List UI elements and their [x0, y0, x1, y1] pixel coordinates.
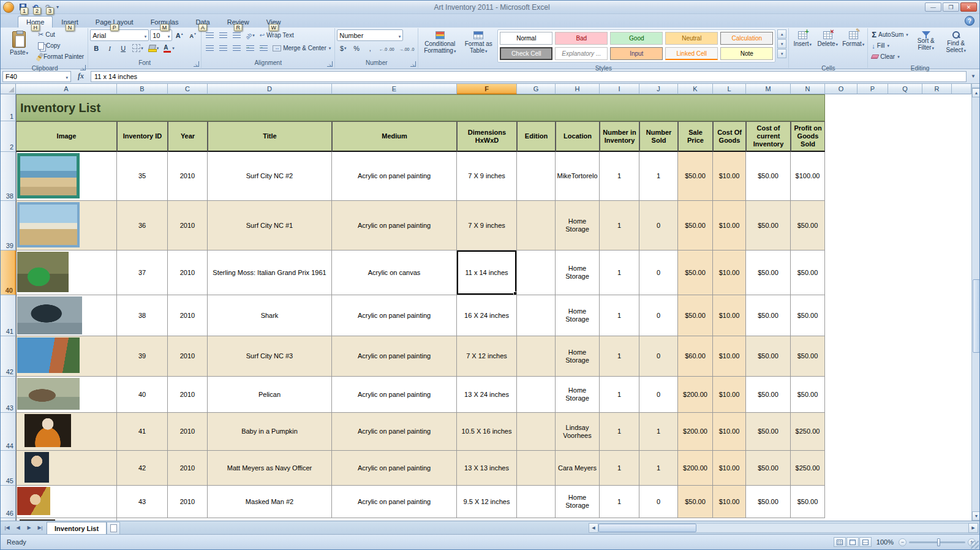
- name-box[interactable]: F40: [2, 71, 71, 82]
- horizontal-scroll-thumb[interactable]: [598, 524, 696, 532]
- table-header-inventory-id[interactable]: Inventory ID: [117, 121, 168, 152]
- empty-cells[interactable]: [825, 413, 971, 451]
- cell-H39[interactable]: Home Storage: [556, 201, 600, 251]
- table-header-cost-of-goods[interactable]: Cost Of Goods: [713, 121, 746, 152]
- image-cell-A42[interactable]: [16, 336, 117, 377]
- cell-I39[interactable]: 1: [600, 201, 639, 251]
- cell-G40[interactable]: [517, 251, 556, 295]
- cell-style-check-cell[interactable]: Check Cell: [500, 47, 552, 60]
- cell-style-good[interactable]: Good: [610, 32, 663, 45]
- cell-J41[interactable]: 0: [639, 295, 678, 336]
- cell-N46[interactable]: $50.00: [791, 486, 825, 518]
- cell-B43[interactable]: 40: [117, 377, 168, 413]
- cell-N45[interactable]: $250.00: [791, 451, 825, 486]
- cell-J44[interactable]: 1: [639, 413, 678, 451]
- cell-E40[interactable]: Acrylic on canvas: [332, 251, 457, 295]
- image-cell-A39[interactable]: [16, 201, 117, 251]
- font-dialog-launcher[interactable]: [194, 61, 199, 67]
- cell-J42[interactable]: 0: [639, 336, 678, 377]
- zoom-out-button[interactable]: −: [899, 538, 907, 546]
- first-sheet-button[interactable]: |◀: [2, 523, 12, 533]
- cell-H43[interactable]: Home Storage: [556, 377, 600, 413]
- align-middle-button[interactable]: [217, 29, 229, 41]
- cell-C42[interactable]: 2010: [168, 336, 208, 377]
- column-header-Q[interactable]: Q: [888, 84, 922, 94]
- scroll-left-icon[interactable]: ◀: [589, 523, 598, 533]
- copy-button[interactable]: Copy: [36, 40, 86, 51]
- image-cell-A38[interactable]: [16, 152, 117, 201]
- cell-C40[interactable]: 2010: [168, 251, 208, 295]
- column-header-M[interactable]: M: [746, 84, 791, 94]
- help-button[interactable]: ?: [965, 16, 974, 26]
- cell-J45[interactable]: 1: [639, 451, 678, 486]
- cell-G41[interactable]: [517, 295, 556, 336]
- formula-bar-expand-icon[interactable]: ▼: [969, 73, 978, 79]
- cell-D45[interactable]: Matt Meyers as Navy Officer: [208, 451, 332, 486]
- gallery-scroll-down-button[interactable]: ▼: [777, 39, 786, 48]
- table-header-number-sold[interactable]: Number Sold: [639, 121, 678, 152]
- cell-F42[interactable]: 7 X 12 inches: [457, 336, 517, 377]
- row-header-41[interactable]: 41: [1, 295, 16, 336]
- tab-review[interactable]: ReviewR: [219, 16, 258, 28]
- painting-thumbnail-masked-man-2[interactable]: [17, 487, 50, 515]
- comma-format-button[interactable]: ,: [364, 42, 376, 54]
- painting-thumbnail-surf-city-nc-3[interactable]: [17, 337, 80, 373]
- cell-L43[interactable]: $10.00: [713, 377, 746, 413]
- undo-button[interactable]: 2: [31, 2, 40, 12]
- cell-G38[interactable]: [517, 152, 556, 201]
- restore-button[interactable]: ❐: [943, 2, 959, 12]
- merge-center-button[interactable]: Merge & Center: [271, 43, 333, 53]
- row-header-43[interactable]: 43: [1, 377, 16, 413]
- cell-K44[interactable]: $200.00: [678, 413, 713, 451]
- cell-D44[interactable]: Baby in a Pumpkin: [208, 413, 332, 451]
- gallery-scroll-up-button[interactable]: ▲: [777, 29, 786, 39]
- cell-H42[interactable]: Home Storage: [556, 336, 600, 377]
- column-header-G[interactable]: G: [517, 84, 556, 94]
- decrease-indent-button[interactable]: [244, 42, 256, 54]
- cell-M44[interactable]: $50.00: [746, 413, 791, 451]
- vertical-scrollbar[interactable]: ▲ ▼: [971, 84, 979, 521]
- insert-cells-button[interactable]: Insert: [791, 29, 814, 65]
- cell-J46[interactable]: 0: [639, 486, 678, 518]
- cell-F38[interactable]: 7 X 9 inches: [457, 152, 517, 201]
- cell-B46[interactable]: 43: [117, 486, 168, 518]
- cell-L44[interactable]: $10.00: [713, 413, 746, 451]
- empty-cells[interactable]: [825, 377, 971, 413]
- cell-M40[interactable]: $50.00: [746, 251, 791, 295]
- number-dialog-launcher[interactable]: [410, 61, 416, 67]
- cell-B41[interactable]: 38: [117, 295, 168, 336]
- gallery-expand-button[interactable]: ▼: [777, 49, 786, 58]
- table-header-edition[interactable]: Edition: [517, 121, 556, 152]
- clipboard-dialog-launcher[interactable]: [80, 65, 86, 70]
- fill-color-button[interactable]: [146, 42, 161, 54]
- cell-M42[interactable]: $50.00: [746, 336, 791, 377]
- cell-K45[interactable]: $200.00: [678, 451, 713, 486]
- cell-K38[interactable]: $50.00: [678, 152, 713, 201]
- table-header-dimensions-hxwxd[interactable]: Dimensions HxWxD: [457, 121, 517, 152]
- painting-thumbnail-baby-in-a-pumpkin[interactable]: [24, 414, 71, 447]
- cell-style-normal[interactable]: Normal: [500, 32, 552, 45]
- column-header-F[interactable]: F: [457, 84, 517, 94]
- align-right-button[interactable]: [230, 42, 243, 54]
- cell-H41[interactable]: Home Storage: [556, 295, 600, 336]
- underline-button[interactable]: U: [117, 42, 129, 54]
- painting-thumbnail-sterling-moss[interactable]: [17, 252, 69, 292]
- tab-insert[interactable]: InsertN: [53, 16, 87, 28]
- previous-sheet-button[interactable]: ◀: [13, 523, 23, 533]
- increase-decimal-button[interactable]: [377, 42, 396, 54]
- cell-C46[interactable]: 2010: [168, 486, 208, 518]
- cell-D41[interactable]: Shark: [208, 295, 332, 336]
- split-handle[interactable]: [972, 84, 979, 88]
- column-header-partial[interactable]: [952, 84, 971, 94]
- cell-F46[interactable]: 9.5 X 12 inches: [457, 486, 517, 518]
- cell-G43[interactable]: [517, 377, 556, 413]
- cell-style-calculation[interactable]: Calculation: [720, 32, 773, 45]
- cell-G42[interactable]: [517, 336, 556, 377]
- bold-button[interactable]: B: [90, 42, 102, 54]
- sort-filter-button[interactable]: Sort & Filter: [912, 29, 940, 65]
- number-format-select[interactable]: Number: [337, 29, 403, 41]
- empty-cells[interactable]: [825, 152, 971, 201]
- increase-indent-button[interactable]: [257, 42, 270, 54]
- cell-I41[interactable]: 1: [600, 295, 639, 336]
- insert-function-button[interactable]: fx: [74, 72, 88, 81]
